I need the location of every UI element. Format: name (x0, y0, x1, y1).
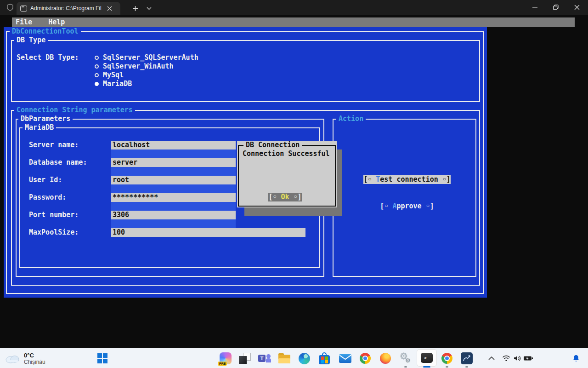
dialog-shadow-right (337, 150, 342, 207)
restore-icon[interactable] (545, 0, 566, 15)
weather-city: Chişinău (24, 359, 45, 365)
cloud-icon (5, 353, 20, 363)
server-name-field[interactable]: localhost (111, 141, 236, 150)
copilot-pre-badge: PRE (218, 362, 227, 366)
terminal-button-active[interactable]: >_ (417, 349, 437, 367)
radio-mysql[interactable] (95, 73, 99, 77)
user-id-label: User Id: (29, 176, 62, 184)
user-id-field[interactable]: root (111, 176, 236, 184)
task-view-button[interactable] (236, 349, 254, 368)
field-accent-bar (111, 167, 236, 176)
server-name-label: Server name: (29, 141, 79, 150)
radio-label[interactable]: MariaDB (103, 80, 132, 88)
approve-button[interactable]: [◦ Approve ◦] (380, 202, 434, 211)
firefox-icon (380, 353, 391, 364)
dbparameters-frame-title: DbParameters (18, 115, 73, 123)
field-accent-bar (111, 219, 236, 228)
tray-chevron-up-icon[interactable] (486, 349, 497, 368)
database-name-label: Database name: (29, 158, 87, 167)
edge-icon (299, 353, 310, 364)
database-name-field[interactable]: server (111, 158, 236, 167)
port-number-field[interactable]: 3306 (111, 211, 236, 219)
weather-widget[interactable]: 0°C Chişinău (5, 350, 60, 367)
maxpoolsize-label: MaxPoolSize: (29, 228, 79, 237)
firefox-button[interactable] (376, 349, 395, 368)
volume-icon[interactable] (512, 349, 523, 368)
pgadmin-icon (461, 352, 473, 364)
port-number-label: Port number: (29, 211, 79, 219)
edge-button[interactable] (295, 349, 313, 368)
notification-bell-icon[interactable] (571, 349, 582, 368)
file-explorer-button[interactable] (275, 349, 294, 368)
store-button[interactable] (315, 349, 334, 368)
db-connection-tool-app: DbConnectionTool DB Type Select DB Type:… (4, 27, 487, 298)
running-indicator (465, 366, 468, 368)
radio-sqlserver-sqlauth[interactable] (95, 56, 99, 60)
mail-button[interactable] (336, 349, 354, 368)
dialog-shadow-bottom (244, 207, 342, 216)
chrome-2-button[interactable] (438, 349, 456, 368)
chrome-icon (360, 353, 371, 364)
field-accent-bar (111, 150, 236, 158)
main-frame-title: DbConnectionTool (10, 27, 81, 36)
terminal-icon: >_ (421, 353, 433, 363)
taskbar: 0°C Chişinău Search PRE T (0, 348, 588, 368)
running-indicator (446, 366, 448, 368)
chrome-button[interactable] (356, 349, 374, 368)
select-db-type-label: Select DB Type: (17, 53, 79, 62)
mariadb-frame-title: MariaDB (23, 123, 56, 132)
teams-button[interactable]: T (255, 349, 274, 368)
cpu-settings-button[interactable]: ⚙ ⚙ (396, 349, 415, 368)
test-connection-button[interactable]: [◦ Test connection ◦] (363, 175, 451, 184)
connection-frame-title: Connection String parameters (14, 106, 135, 115)
radio-label[interactable]: SqlServer_SQLServerAuth (103, 53, 198, 62)
file-explorer-icon (278, 353, 290, 363)
start-button[interactable] (93, 349, 112, 368)
weather-temp: 0°C (24, 352, 45, 359)
new-tab-icon[interactable] (129, 2, 141, 15)
gears-icon: ⚙ ⚙ (400, 352, 412, 364)
tui-menu-bar: File Help (12, 17, 575, 27)
admin-shield-icon (6, 4, 14, 11)
tab-dropdown-icon[interactable] (143, 2, 154, 15)
chrome-icon (441, 353, 452, 364)
windows-start-icon (97, 353, 107, 363)
dialog-message: Connection Successful (243, 150, 330, 158)
copilot-button[interactable]: PRE (216, 349, 235, 368)
radio-sqlserver-winauth[interactable] (95, 64, 99, 69)
terminal-tab[interactable]: Administrator: C:\Program Fil (17, 2, 120, 15)
task-view-icon (239, 353, 251, 364)
db-type-frame (11, 40, 480, 102)
battery-charging-icon[interactable] (523, 349, 534, 368)
action-frame-title: Action (336, 115, 366, 123)
close-icon[interactable] (566, 0, 588, 15)
terminal-tab-icon (20, 6, 27, 12)
terminal-window: File Help DbConnectionTool DB Type Selec… (0, 15, 588, 348)
tab-title: Administrator: C:\Program Fil (30, 5, 104, 12)
db-type-frame-title: DB Type (14, 36, 48, 45)
store-icon (319, 352, 330, 364)
maxpoolsize-field[interactable]: 100 (111, 228, 305, 237)
dialog-ok-button[interactable]: [◦ Ok ◦] (268, 193, 302, 201)
menu-file[interactable]: File (16, 18, 32, 26)
teams-icon: T (258, 353, 271, 364)
db-connection-dialog: DB Connection Connection Successful [◦ O… (237, 141, 342, 216)
password-label: Password: (29, 193, 66, 202)
close-tab-icon[interactable] (107, 6, 112, 11)
copilot-icon: PRE (220, 352, 232, 364)
radio-label[interactable]: SqlServer_WinAuth (103, 62, 174, 71)
password-field[interactable]: *********** (111, 193, 236, 202)
dialog-title: DB Connection (243, 141, 302, 150)
radio-label[interactable]: MySql (103, 71, 124, 80)
menu-help[interactable]: Help (48, 18, 65, 26)
running-indicator (404, 366, 407, 368)
radio-mariadb[interactable] (95, 82, 99, 86)
field-accent-bar (111, 202, 236, 211)
window-title-bar: Administrator: C:\Program Fil (0, 0, 588, 15)
minimize-icon[interactable] (524, 0, 545, 15)
active-indicator (423, 366, 430, 368)
pgadmin-button[interactable] (458, 349, 476, 368)
action-frame (333, 119, 476, 277)
wifi-icon[interactable] (501, 349, 512, 368)
mail-icon (339, 354, 351, 363)
